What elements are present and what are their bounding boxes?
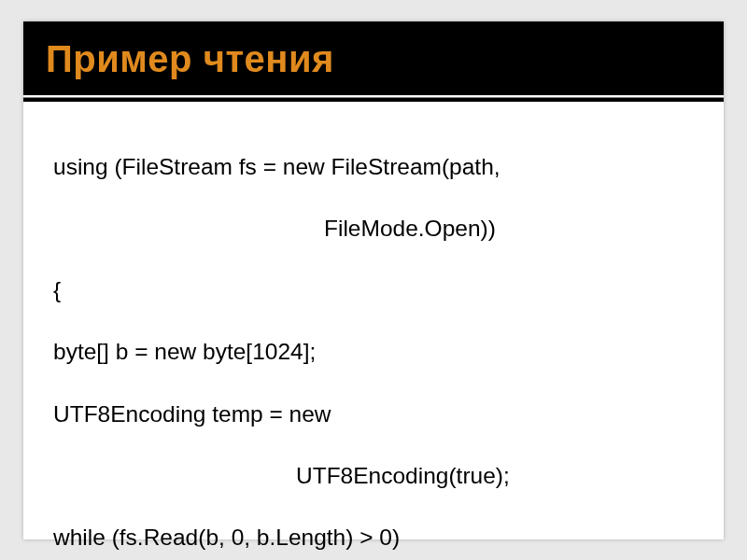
- code-line: UTF8Encoding(true);: [53, 460, 694, 491]
- code-line: while (fs.Read(b, 0, b.Length) > 0): [53, 522, 694, 553]
- slide-body: using (FileStream fs = new FileStream(pa…: [23, 102, 724, 560]
- code-line: UTF8Encoding temp = new: [53, 399, 694, 429]
- code-line: {: [53, 274, 694, 305]
- slide-title: Пример чтения: [46, 38, 701, 80]
- code-block: using (FileStream fs = new FileStream(pa…: [53, 120, 694, 560]
- title-bar: Пример чтения: [23, 21, 724, 95]
- code-line: FileMode.Open)): [53, 213, 694, 244]
- slide: Пример чтения using (FileStream fs = new…: [23, 21, 724, 539]
- code-line: byte[] b = new byte[1024];: [53, 336, 694, 367]
- code-line: using (FileStream fs = new FileStream(pa…: [53, 151, 694, 182]
